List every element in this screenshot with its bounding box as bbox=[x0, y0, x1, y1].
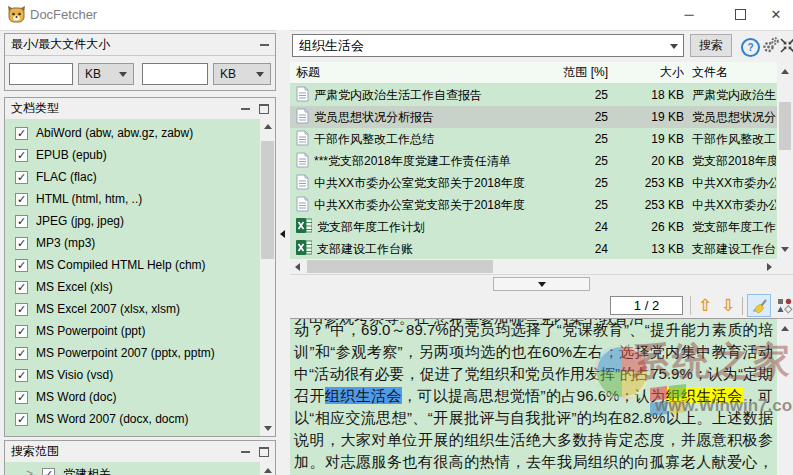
highlighting-toggle-button[interactable] bbox=[747, 294, 771, 317]
checkbox-checked-icon[interactable]: ✓ bbox=[15, 281, 28, 294]
table-row[interactable]: 中共XX市委办公室党支部关于2018年度... 25 253 KB 中共XX市委… bbox=[290, 194, 777, 216]
min-size-unit-select[interactable]: KB bbox=[78, 63, 134, 85]
doctype-item[interactable]: ✓MS Powerpoint (ppt) bbox=[6, 320, 261, 342]
minimize-button[interactable]: ─ bbox=[672, 0, 706, 29]
sash-collapse-icon[interactable] bbox=[280, 230, 285, 238]
collapse-section-icon[interactable] bbox=[260, 44, 269, 46]
result-score: 24 bbox=[520, 238, 608, 260]
checkbox-checked-icon[interactable]: ✓ bbox=[15, 325, 28, 338]
table-row-selected[interactable]: 党员思想状况分析报告 25 19 KB 党员思想状况分 bbox=[290, 106, 777, 128]
col-header-score[interactable]: 范围 [%] bbox=[520, 62, 608, 83]
match-highlight: 组织生活会 bbox=[666, 387, 743, 404]
app-logo-icon bbox=[7, 5, 26, 27]
doctype-item[interactable]: ✓EPUB (epub) bbox=[6, 144, 261, 166]
docfetcher-window: DocFetcher ─ ✕ 最小/最大文件大小 KB KB 文档类型 ✓Abi… bbox=[0, 0, 793, 475]
doctype-list: ✓AbiWord (abw, abw.gz, zabw) ✓EPUB (epub… bbox=[5, 119, 275, 436]
minimize-to-tray-icon[interactable] bbox=[780, 38, 793, 56]
doc-icon bbox=[296, 196, 309, 215]
preview-pane[interactable]: 外出参观考察等。在“您希望参加哪些党内集中教育活 动？”中，69.0～89.7%… bbox=[290, 318, 777, 475]
checkbox-checked-icon[interactable]: ✓ bbox=[15, 215, 28, 228]
chevron-down-icon bbox=[119, 72, 127, 77]
doctype-item[interactable]: ✓MS Excel (xls) bbox=[6, 276, 261, 298]
scroll-down-icon[interactable] bbox=[260, 421, 275, 436]
checkbox-checked-icon[interactable]: ✓ bbox=[15, 193, 28, 206]
scroll-up-icon[interactable] bbox=[260, 463, 275, 475]
scroll-up-icon[interactable] bbox=[777, 64, 792, 79]
checkbox-checked-icon[interactable]: ✓ bbox=[15, 127, 28, 140]
filesize-panel-header[interactable]: 最小/最大文件大小 bbox=[5, 34, 275, 56]
result-title: 党员思想状况分析报告 bbox=[314, 109, 434, 126]
search-button[interactable]: 搜索 bbox=[690, 34, 732, 57]
doctype-item[interactable]: ✓MS Word 2007 (docx, docm) bbox=[6, 408, 261, 430]
table-row[interactable]: 严肃党内政治生活工作自查报告 25 18 KB 严肃党内政治生 bbox=[290, 84, 777, 106]
result-size: 13 KB bbox=[612, 238, 684, 260]
scope-scrollbar[interactable] bbox=[260, 462, 275, 475]
preview-scrollbar[interactable] bbox=[777, 319, 793, 475]
checkbox-checked-icon[interactable]: ✓ bbox=[15, 413, 28, 426]
table-row[interactable]: 干部作风整改工作总结 25 19 KB 干部作风整改工 bbox=[290, 128, 777, 150]
doctype-item[interactable]: ✓MS Compiled HTML Help (chm) bbox=[6, 254, 261, 276]
panel-sash[interactable] bbox=[276, 30, 290, 475]
maximize-button[interactable] bbox=[723, 0, 757, 29]
checkbox-checked-icon[interactable]: ✓ bbox=[15, 149, 28, 162]
col-header-size[interactable]: 大小 bbox=[612, 62, 684, 83]
scope-panel-header[interactable]: 搜索范围 bbox=[5, 441, 275, 463]
doctype-item[interactable]: ✓AbiWord (abw, abw.gz, zabw) bbox=[6, 122, 261, 144]
preferences-gear-icon[interactable] bbox=[762, 36, 780, 57]
restore-section-icon[interactable] bbox=[259, 447, 269, 457]
min-size-input[interactable] bbox=[9, 63, 73, 85]
col-header-title[interactable]: 标题 bbox=[296, 62, 526, 83]
scrollbar-thumb[interactable] bbox=[307, 260, 493, 273]
doctype-item[interactable]: ✓HTML (html, htm, ..) bbox=[6, 188, 261, 210]
next-match-icon[interactable]: ⇩ bbox=[721, 297, 735, 314]
checkbox-checked-icon[interactable]: ✓ bbox=[15, 391, 28, 404]
scroll-left-icon[interactable] bbox=[290, 259, 305, 274]
col-header-filename[interactable]: 文件名 bbox=[692, 62, 776, 83]
checkbox-checked-icon[interactable]: ✓ bbox=[15, 259, 28, 272]
doc-icon bbox=[296, 86, 309, 105]
scroll-down-icon[interactable] bbox=[777, 242, 792, 257]
restore-section-icon[interactable] bbox=[259, 104, 269, 114]
checkbox-checked-icon[interactable]: ✓ bbox=[15, 369, 28, 382]
doctype-panel-header[interactable]: 文档类型 bbox=[5, 98, 275, 120]
results-hscrollbar[interactable] bbox=[290, 259, 777, 274]
previous-match-icon[interactable]: ⇧ bbox=[698, 297, 712, 314]
help-icon[interactable]: ? bbox=[741, 38, 760, 57]
results-vscrollbar[interactable] bbox=[777, 62, 793, 258]
table-row[interactable]: ***党支部2018年度党建工作责任清单 25 20 KB 党支部2018年度 bbox=[290, 150, 777, 172]
scroll-right-icon[interactable] bbox=[762, 259, 777, 274]
checkbox-checked-icon[interactable]: ✓ bbox=[15, 171, 28, 184]
checkbox-checked-icon[interactable]: ✓ bbox=[15, 303, 28, 316]
doctype-item[interactable]: ✓JPEG (jpg, jpeg) bbox=[6, 210, 261, 232]
collapse-section-icon[interactable] bbox=[241, 108, 250, 110]
scrollbar-thumb[interactable] bbox=[261, 141, 274, 259]
page-indicator[interactable]: 1 / 2 bbox=[610, 296, 683, 315]
checkbox-checked-icon[interactable]: ✓ bbox=[15, 237, 28, 250]
collapse-section-icon[interactable] bbox=[241, 451, 250, 453]
doctype-item[interactable]: ✓MS Visio (vsd) bbox=[6, 364, 261, 386]
scope-item[interactable]: > ✓ 党建相关 bbox=[6, 463, 259, 475]
doctype-item[interactable]: ✓MP3 (mp3) bbox=[6, 232, 261, 254]
table-row[interactable]: 党支部年度工作计划 24 26 KB 党支部年度工作 bbox=[290, 216, 777, 238]
search-input[interactable] bbox=[294, 36, 672, 55]
max-size-input[interactable] bbox=[142, 63, 208, 85]
search-history-chevron-icon[interactable] bbox=[670, 44, 678, 49]
result-score: 25 bbox=[520, 128, 608, 150]
checkbox-checked-icon[interactable]: ✓ bbox=[15, 347, 28, 360]
preview-mode-shapes-icon[interactable] bbox=[776, 297, 793, 314]
table-row[interactable]: 中共XX市委办公室党支部关于2018年度... 25 253 KB 中共XX市委… bbox=[290, 172, 777, 194]
doctype-item[interactable]: ✓MS Word (doc) bbox=[6, 386, 261, 408]
checkbox-checked-icon[interactable]: ✓ bbox=[42, 468, 55, 475]
doctype-scrollbar[interactable] bbox=[260, 119, 275, 436]
scrollbar-thumb[interactable] bbox=[779, 102, 791, 150]
close-button[interactable]: ✕ bbox=[759, 0, 793, 29]
table-row[interactable]: 支部建设工作台账 24 13 KB 支部建设工作台 bbox=[290, 238, 777, 260]
collapse-preview-button[interactable] bbox=[493, 277, 590, 291]
scroll-up-icon[interactable] bbox=[777, 321, 792, 336]
tree-expander-icon[interactable]: > bbox=[26, 467, 33, 475]
doctype-item[interactable]: ✓MS Excel 2007 (xlsx, xlsm) bbox=[6, 298, 261, 320]
doctype-item[interactable]: ✓MS Powerpoint 2007 (pptx, pptm) bbox=[6, 342, 261, 364]
max-size-unit-select[interactable]: KB bbox=[213, 63, 271, 85]
doctype-item[interactable]: ✓FLAC (flac) bbox=[6, 166, 261, 188]
scroll-up-icon[interactable] bbox=[260, 119, 275, 134]
